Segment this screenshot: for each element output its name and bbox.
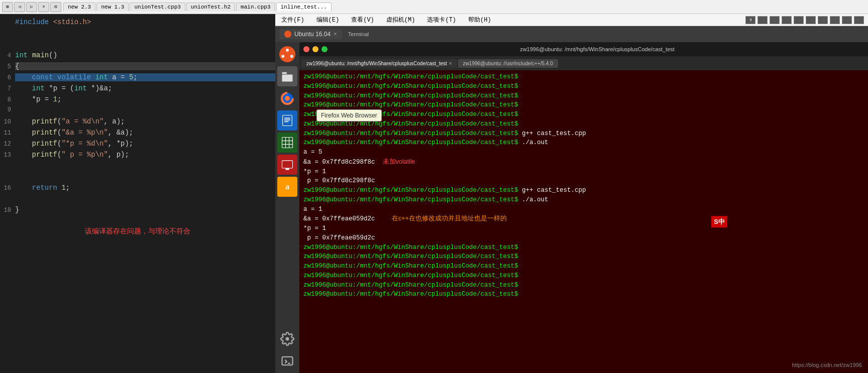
sidebar-ubuntu-icon[interactable]: [277, 44, 297, 64]
vm-toolbar-btn4[interactable]: [782, 16, 792, 24]
svg-rect-19: [282, 357, 293, 365]
svg-point-3: [281, 55, 284, 58]
terminal-tabs: zw1996@ubuntu: /mnt/hgfs/WinShare/cplusp…: [299, 56, 868, 70]
line-num-13: 13: [0, 152, 15, 159]
code-line-13: 13 printf(" p = %p\n", p);: [0, 151, 275, 162]
terminal-section-label: Terminal: [348, 31, 369, 37]
terminal-output-pp1: p = 0x7ffd8c298f8c: [303, 176, 864, 186]
vm-toolbar-btn9[interactable]: [842, 16, 852, 24]
menu-help[interactable]: 帮助(H): [466, 15, 493, 25]
code-line-2: [0, 29, 275, 40]
terminal-output-p1: *p = 1: [303, 167, 864, 177]
toolbar-btn-3[interactable]: ▷: [26, 2, 37, 12]
sidebar-firefox-icon[interactable]: [277, 88, 297, 108]
terminal-line-10: zw1996@ubuntu:/mnt/hgfs/WinShare/cpluspl…: [303, 271, 864, 281]
vm-toolbar-btn3[interactable]: [770, 16, 780, 24]
line-content-10: printf("a = %d\n", a);: [15, 117, 275, 126]
sidebar-writer-icon[interactable]: [277, 110, 297, 131]
line-content-5: {: [15, 62, 275, 70]
top-menubar: ⊞ ◁ ▷ × ⊡ new 2.3 new 1.3 unionTest.cpp3…: [0, 0, 868, 14]
tab-new1[interactable]: new 1.3: [96, 3, 129, 11]
sidebar-amazon-icon[interactable]: a: [277, 177, 297, 197]
line-content-13: printf(" p = %p\n", p);: [15, 151, 275, 159]
line-content-8: *p = 1;: [15, 95, 275, 103]
svg-rect-5: [282, 75, 293, 82]
terminal-line-5: zw1996@ubuntu:/mnt/hgfs/WinShare/cpluspl…: [303, 110, 864, 119]
vm-menubar: 文件(F) 编辑(E) 查看(V) 虚拟机(M) 选项卡(T) 帮助(H) ⏸: [275, 14, 868, 26]
terminal-output-a1: a = 1: [303, 205, 864, 214]
terminal-line-12: zw1996@ubuntu:/mnt/hgfs/WinShare/cpluspl…: [303, 290, 864, 299]
terminal-line-cmd4: zw1996@ubuntu:/mnt/hgfs/WinShare/cpluspl…: [303, 195, 864, 205]
terminal-tab-1[interactable]: zw1996@ubuntu: /mnt/hgfs/WinShare/cplusp…: [301, 59, 457, 68]
window-max-btn[interactable]: [321, 46, 328, 52]
terminal-line-cmd3: zw1996@ubuntu:/mnt/hgfs/WinShare/cpluspl…: [303, 186, 864, 195]
menu-vm[interactable]: 虚拟机(M): [384, 15, 417, 25]
toolbar-btn-2[interactable]: ◁: [14, 2, 25, 12]
terminal-tab-bar: Ubuntu 16.04 × Terminal: [275, 26, 868, 42]
tab-main-cpp[interactable]: main.cpp3: [236, 3, 275, 11]
terminal-line-3: zw1996@ubuntu:/mnt/hgfs/WinShare/cpluspl…: [303, 91, 864, 101]
terminal-line-1: zw1996@ubuntu:/mnt/hgfs/WinShare/cpluspl…: [303, 72, 864, 82]
terminal-tab-2[interactable]: zw1996@ubuntu: //usr/include/c++/5.4.0: [458, 59, 558, 68]
toolbar-btn-5[interactable]: ⊡: [50, 2, 61, 12]
sidebar-settings-icon[interactable]: [277, 329, 297, 349]
terminal-content-area: a: [275, 42, 868, 373]
window-min-btn[interactable]: [312, 46, 318, 52]
line-num-18: 18: [0, 207, 15, 214]
vm-toolbar-btn5[interactable]: [794, 16, 804, 24]
toolbar-btn-4[interactable]: ×: [38, 2, 49, 12]
vm-toolbar-btn8[interactable]: [830, 16, 840, 24]
sidebar-files-icon[interactable]: [277, 66, 297, 86]
tab-inline-test[interactable]: inline_test...: [276, 3, 332, 11]
code-line-3: [0, 40, 275, 51]
vm-toolbar-btn10[interactable]: [854, 16, 864, 24]
code-line-15: [0, 173, 275, 184]
sidebar-calc-icon[interactable]: [277, 133, 297, 153]
menu-edit[interactable]: 编辑(E): [314, 15, 342, 25]
terminal-tab-1-close[interactable]: ×: [449, 61, 452, 66]
sidebar-impress-icon[interactable]: [277, 155, 297, 175]
vm-toolbar-btn1[interactable]: ⏸: [745, 16, 755, 24]
line-num-11: 11: [0, 130, 15, 137]
terminal-panel: 文件(F) 编辑(E) 查看(V) 虚拟机(M) 选项卡(T) 帮助(H) ⏸: [275, 14, 868, 373]
window-close-btn[interactable]: [303, 46, 309, 52]
line-content-1: #include <stdio.h>: [15, 18, 275, 26]
tab-uniontest-cpp[interactable]: unionTest.cpp3: [130, 3, 185, 11]
terminal-tab-2-label: zw1996@ubuntu: //usr/include/c++/5.4.0: [463, 61, 553, 66]
terminal-output[interactable]: zw1996@ubuntu:/mnt/hgfs/WinShare/cpluspl…: [299, 70, 868, 373]
line-num-16: 16: [0, 185, 15, 192]
ubuntu-tab-close[interactable]: ×: [334, 31, 337, 37]
line-content-11: printf("&a = %p\n", &a);: [15, 129, 275, 137]
line-content-18: }: [15, 206, 275, 214]
menu-tabs[interactable]: 选项卡(T): [425, 15, 458, 25]
terminal-line-cmd2: zw1996@ubuntu:/mnt/hgfs/WinShare/cpluspl…: [303, 138, 864, 148]
tab-new2[interactable]: new 2.3: [63, 3, 95, 11]
ubuntu-tab[interactable]: Ubuntu 16.04 ×: [279, 29, 342, 39]
sidebar-terminal-icon[interactable]: [277, 351, 297, 371]
csdn-logo: S中: [711, 216, 727, 228]
line-num-4: 4: [0, 52, 15, 59]
vm-toolbar-btn6[interactable]: [806, 16, 816, 24]
chinese-comment: 该编译器存在问题，与理论不符合: [0, 227, 275, 236]
terminal-title-text: zw1996@ubuntu: /mnt/hgfs/WinShare/cplusp…: [331, 46, 864, 52]
svg-rect-8: [283, 115, 292, 126]
terminal-tab-1-label: zw1996@ubuntu: /mnt/hgfs/WinShare/cplusp…: [306, 61, 447, 66]
code-line-12: 12 printf("*p = %d\n", *p);: [0, 140, 275, 151]
terminal-line-9: zw1996@ubuntu:/mnt/hgfs/WinShare/cpluspl…: [303, 262, 864, 271]
code-line-9: 9: [0, 106, 275, 117]
code-line-16: 16 return 1;: [0, 184, 275, 195]
line-content-6: const volatile int a = 5;: [15, 73, 275, 81]
terminal-title-bar: zw1996@ubuntu: /mnt/hgfs/WinShare/cplusp…: [299, 42, 868, 56]
toolbar-btn-1[interactable]: ⊞: [2, 2, 13, 12]
vm-toolbar-btn7[interactable]: [818, 16, 828, 24]
toolbar-icons: ⊞ ◁ ▷ × ⊡: [2, 2, 61, 12]
terminal-line-4: zw1996@ubuntu:/mnt/hgfs/WinShare/cpluspl…: [303, 100, 864, 110]
svg-rect-17: [282, 161, 293, 168]
menu-view[interactable]: 查看(V): [349, 15, 376, 25]
menu-file[interactable]: 文件(F): [279, 15, 306, 25]
vm-toolbar-btn2[interactable]: [757, 16, 768, 24]
terminal-output-p2: *p = 1: [303, 224, 864, 233]
code-line-10: 10 printf("a = %d\n", a);: [0, 117, 275, 129]
tab-uniontest-h[interactable]: unionTest.h2: [186, 3, 235, 11]
code-line-4: 4 int main(): [0, 51, 275, 62]
